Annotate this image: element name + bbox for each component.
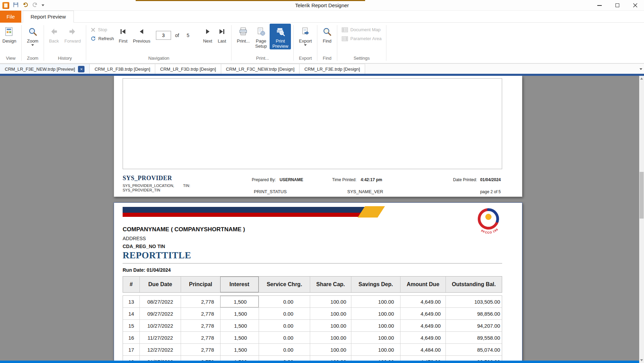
last-button-label: Last (218, 38, 226, 44)
ribbon-group-zoom: Zoom Zoom (22, 23, 43, 63)
doc-tab-crm-lr-f3d-design[interactable]: CRM_LR_F3D.trdp [Design] (155, 64, 221, 74)
table-cell: 100.00 (310, 344, 351, 355)
stripe-navy (123, 207, 372, 213)
maximize-icon (615, 3, 619, 7)
ribbon-tab-row: File Report Preview (0, 11, 644, 23)
company-name: COMPANYNAME ( COMPANYSHORTNAME ) (123, 226, 245, 233)
group-label-print: Print... (231, 55, 293, 63)
minimize-button[interactable] (590, 0, 608, 11)
table-cell: 100.00 (351, 344, 400, 355)
app-icon[interactable] (2, 2, 9, 9)
group-label-find: Find (317, 55, 337, 63)
table-cell: 2,778 (181, 332, 220, 343)
refresh-icon (91, 36, 96, 41)
table-cell: 15 (123, 320, 139, 331)
schedule-table-body: 1308/27/20222,7781,5000.00100.00100.004,… (123, 295, 502, 363)
ribbon-group-export: Export Export (294, 23, 317, 63)
file-tab[interactable]: File (0, 11, 21, 23)
back-button[interactable]: Back (46, 24, 62, 44)
table-cell: 1,500 (220, 296, 259, 307)
export-button[interactable]: Export (296, 24, 315, 47)
document-map-icon (342, 27, 348, 32)
stop-button[interactable]: Stop (91, 27, 114, 32)
table-cell: 100.00 (351, 332, 400, 343)
print-button[interactable]: Print... (234, 24, 252, 44)
first-button-label: First (119, 38, 127, 44)
table-cell: 4,649.00 (400, 320, 445, 331)
quickaccess-caret-icon[interactable] (42, 4, 44, 6)
table-cell: 1,500 (220, 332, 259, 343)
doc-tabs-chevron-icon[interactable] (640, 64, 642, 74)
find-icon (323, 26, 332, 37)
doc-tab-crm-lr-f3c-new-design[interactable]: CRM_LR_F3C_NEW.trdp [Design] (221, 64, 300, 74)
table-cell: 10/27/2022 (139, 320, 181, 331)
table-row: 1611/27/20222,7781,5000.00100.00100.004,… (123, 332, 502, 344)
table-cell: 94,207.00 (445, 320, 502, 331)
maximize-button[interactable] (608, 0, 626, 11)
report-preview-area[interactable]: SYS_PROVIDER SYS_PROVIDER_LOCATION, SYS_… (0, 76, 639, 363)
page-setup-button[interactable]: PageSetup (252, 24, 270, 49)
print-preview-button[interactable]: PrintPreview (270, 24, 291, 49)
tab-close-icon[interactable]: × (78, 66, 84, 72)
table-cell: 100.00 (310, 308, 351, 319)
doc-tab-label: CRM_LR_F3C_NEW.trdp [Design] (226, 67, 294, 72)
total-pages-label: 5 (187, 33, 189, 38)
scrollbar-up-icon[interactable] (640, 78, 643, 80)
doc-tab-crm-lr-f3e-new-preview[interactable]: CRM_LR_F3E_NEW.trdp [Preview] × (0, 64, 90, 74)
forward-button[interactable]: Forward (62, 24, 84, 44)
zoom-button[interactable]: Zoom (24, 24, 41, 47)
undo-icon[interactable] (22, 2, 29, 9)
doc-tab-label: CRM_LR_F3B.trdp [Design] (94, 67, 150, 72)
parameter-area-button[interactable]: Parameter Area (342, 36, 382, 41)
group-separator (386, 25, 386, 61)
design-icon (4, 26, 14, 37)
table-cell: 0.00 (259, 344, 310, 355)
table-header-cell: # (123, 277, 139, 292)
tin-label: TIN: (183, 184, 190, 188)
table-cell: 1,500 (220, 344, 259, 355)
design-button[interactable]: Design (0, 24, 19, 44)
ribbon: Design View Zoom Zoom Back (0, 23, 644, 63)
save-icon[interactable] (13, 2, 19, 9)
print-icon (238, 26, 248, 37)
parameter-area-icon (342, 36, 348, 41)
vertical-scrollbar[interactable] (639, 76, 644, 363)
page-number-input[interactable] (156, 31, 171, 40)
first-page-button[interactable]: First (116, 24, 130, 44)
refresh-button[interactable]: Refresh (91, 36, 114, 41)
ribbon-group-history: Back Forward History (44, 23, 86, 63)
close-button[interactable] (626, 0, 644, 11)
tab-report-preview[interactable]: Report Preview (23, 11, 74, 23)
schedule-table: #Due DatePrincipalInterestService Chrg.S… (123, 276, 502, 363)
scrollbar-thumb[interactable] (640, 172, 644, 219)
find-button[interactable]: Find (320, 24, 335, 44)
provider-name: SYS_PROVIDER (123, 175, 172, 182)
table-cell: 1,500 (220, 308, 259, 319)
scrollbar-down-icon[interactable] (640, 359, 643, 361)
table-cell: 85,074.00 (445, 344, 502, 355)
doc-tab-crm-lr-f3b-design[interactable]: CRM_LR_F3B.trdp [Design] (90, 64, 155, 74)
doc-tab-crm-lr-f3e-design[interactable]: CRM_LR_F3E.trdp [Design] (300, 64, 365, 74)
group-label-settings: Settings (337, 55, 386, 63)
table-cell: 100.00 (310, 320, 351, 331)
group-label-history: History (44, 55, 86, 63)
print-status: PRINT_STATUS (254, 189, 287, 194)
table-row: 1712/27/20222,7781,5000.00100.00100.004,… (123, 344, 502, 356)
table-cell: 1,500 (220, 320, 259, 331)
redo-icon[interactable] (32, 2, 38, 9)
date-printed-label: Date Printed: (453, 177, 477, 182)
document-map-button[interactable]: Document Map (342, 27, 382, 32)
close-icon (633, 3, 637, 8)
first-icon (119, 26, 127, 37)
telerik-report-designer-window: Telerik Report Designer File Report Prev… (0, 0, 644, 363)
last-page-button[interactable]: Last (215, 24, 229, 44)
next-page-button[interactable]: Next (200, 24, 215, 44)
back-button-label: Back (49, 38, 59, 44)
table-header-cell: Share Cap. (310, 277, 351, 292)
table-cell: 13 (123, 296, 139, 307)
table-cell: 98,856.00 (445, 308, 502, 319)
sys-name-ver: SYS_NAME_VER (347, 189, 383, 194)
previous-page-button[interactable]: Previous (130, 24, 153, 44)
table-cell: 100.00 (351, 320, 400, 331)
table-cell: 2,778 (181, 344, 220, 355)
